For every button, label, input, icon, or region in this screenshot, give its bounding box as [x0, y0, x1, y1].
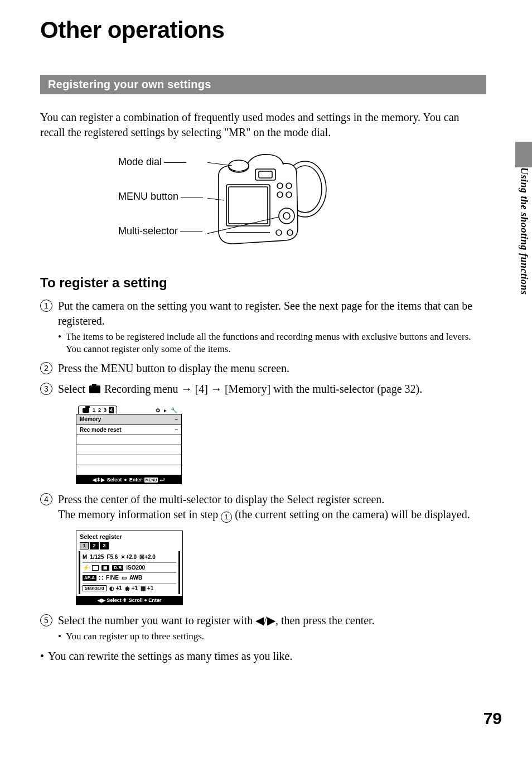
menu-button-label: MENU button: [118, 191, 178, 202]
side-section-label: Using the shooting functions: [518, 167, 530, 295]
meter-icon: ▣: [101, 565, 109, 571]
step-1-sub: The items to be registered include all t…: [58, 331, 486, 355]
step-4a-text: Press the center of the multi-selector t…: [58, 493, 384, 505]
reg-title: Select register: [76, 531, 182, 542]
menu-tab-3: 3: [103, 407, 107, 413]
reg-line-3: AF-A ⸬ FINE ▭ AWB: [83, 573, 176, 584]
circled-1-inline: 1: [221, 512, 232, 523]
menu-row-memory: Memory –: [76, 414, 181, 425]
step-3-pre: Select: [58, 383, 88, 395]
step-4b-post: (the current setting on the camera) will…: [232, 508, 470, 520]
menu-row-reset: Rec mode reset –: [76, 425, 181, 436]
step-2: Press the MENU button to display the men…: [40, 361, 486, 376]
menu-screenshot: 1 2 3 4 ✿ ▸ 🔧 Memory –: [76, 404, 182, 484]
reg-tab-2: 2: [90, 542, 99, 549]
step-3-post: Recording menu → [4] → [Memory] with the…: [101, 383, 422, 395]
section-header: Registering your own settings: [40, 75, 486, 94]
wrench-icon: 🔧: [171, 407, 177, 414]
step-5-sub: You can register up to three settings.: [58, 630, 486, 643]
reg-tab-1: 1: [80, 542, 89, 549]
step-3: Select Recording menu → [4] → [Memory] w…: [40, 382, 486, 484]
af-badge: AF-A: [83, 575, 96, 581]
step-5: Select the number you want to register w…: [40, 613, 486, 643]
menu-tab-4: 4: [109, 407, 114, 413]
mode-dial-label: Mode dial: [118, 156, 162, 167]
intro-text: You can register a combination of freque…: [40, 110, 486, 140]
reg-line-4: Standard ◐ +1 ◉ +1 ▦ +1: [83, 584, 176, 594]
camera-illustration: [207, 150, 330, 256]
menu-row-empty: [76, 445, 181, 455]
svg-line-17: [207, 162, 232, 166]
menu-row-label: Memory: [80, 416, 101, 423]
svg-point-12: [277, 192, 283, 197]
menu-footer: ◀⬍▶ Select ● Enter MENU ⮐: [76, 475, 182, 484]
camera-tab-icon: [83, 408, 89, 413]
af-area-icon: ⸬: [99, 574, 103, 582]
svg-point-11: [286, 183, 292, 189]
select-register-screenshot: Select register 1 2 3 M 1/125 F5.6 ☀+2.0…: [76, 531, 183, 605]
aspect-icon: ▭: [122, 574, 127, 582]
drive-icon: [92, 565, 99, 571]
menu-tab-1: 1: [92, 407, 96, 413]
camera-icon: [89, 385, 100, 393]
camera-diagram: Mode dial MENU button Multi-selector: [40, 150, 486, 262]
page-title: Other operations: [40, 17, 486, 44]
subheading: To register a setting: [40, 275, 486, 291]
svg-point-13: [286, 192, 292, 197]
step-1: Put the camera on the setting you want t…: [40, 298, 486, 355]
step-1-text: Put the camera on the setting you want t…: [58, 300, 472, 327]
menu-row-empty: [76, 455, 181, 465]
step-4b-pre: The memory information set in step: [58, 508, 221, 520]
menu-row-empty: [76, 435, 181, 445]
side-index-tab: [515, 142, 532, 167]
page-number: 79: [483, 709, 502, 728]
svg-point-10: [277, 183, 283, 189]
svg-point-15: [287, 230, 293, 235]
menu-row-value: –: [175, 426, 178, 434]
flash-icon: ⚡: [83, 564, 89, 572]
menu-row-label: Rec mode reset: [80, 426, 121, 434]
svg-point-8: [279, 208, 294, 224]
step-5-text: Select the number you want to register w…: [58, 614, 375, 626]
reg-tab-3: 3: [100, 542, 109, 549]
gear-icon: ✿: [156, 407, 160, 414]
reg-line-2: ⚡ ▣ D-R ISO200: [83, 563, 176, 573]
step-4: Press the center of the multi-selector t…: [40, 492, 486, 605]
multi-selector-label: Multi-selector: [118, 225, 178, 237]
style-badge: Standard: [83, 585, 107, 591]
reg-line-1: M 1/125 F5.6 ☀+2.0 ☒+2.0: [83, 552, 176, 563]
svg-rect-6: [226, 185, 270, 226]
reg-footer: ◀▶ Select ⬍ Scroll ● Enter: [76, 596, 182, 605]
dr-badge: D-R: [112, 565, 123, 571]
play-icon: ▸: [164, 407, 167, 414]
menu-tab-group: 1 2 3 4: [78, 406, 117, 414]
svg-point-14: [276, 230, 282, 235]
menu-row-empty: [76, 465, 181, 475]
menu-tab-2: 2: [98, 407, 101, 413]
menu-row-value: –: [175, 416, 178, 423]
note-rewrite: You can rewrite the settings as many tim…: [40, 649, 486, 664]
